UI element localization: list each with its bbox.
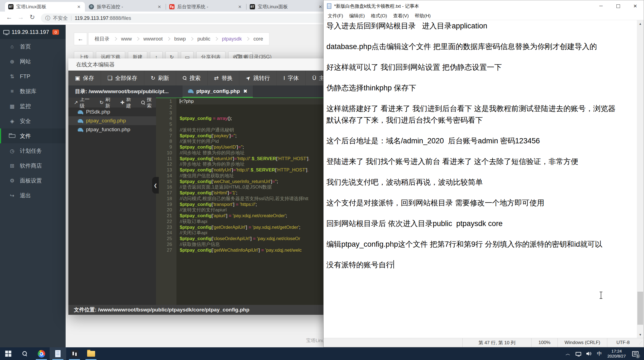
chrome-icon	[38, 350, 45, 358]
close-icon[interactable]: ✖	[243, 88, 247, 94]
breadcrumb-item[interactable]: www	[117, 36, 136, 42]
close-button[interactable]: ✕	[627, 0, 644, 12]
sidebar-item-网站[interactable]: ⊕网站	[0, 54, 66, 69]
sidebar-item-label: 计划任务	[20, 147, 42, 155]
taskbar-notepad-button[interactable]	[50, 347, 66, 360]
store-icon: ⊞	[9, 163, 15, 169]
editor-toolbar-save-all[interactable]: ❏全部保存	[101, 71, 144, 85]
scroll-up-icon[interactable]: ▲	[637, 20, 644, 27]
back-icon[interactable]: ←	[4, 14, 14, 21]
line-number: 10	[156, 150, 172, 156]
network-icon[interactable]	[574, 347, 583, 360]
editor-toolbar-label: 跳转行	[253, 74, 270, 82]
taskbar-chrome-button[interactable]	[33, 347, 50, 360]
breadcrumb-item[interactable]: wwwroot	[139, 36, 167, 42]
ime-indicator[interactable]: 中	[595, 347, 604, 360]
bt-sidebar: 119.29.113.197 0 ⌂首页⊕网站⇅FTP≡数据库▦监控◈安全文件◷…	[0, 25, 66, 347]
browser-tab[interactable]: BT宝塔Linux面板✕	[5, 2, 85, 12]
tray-chevron-icon[interactable]: ︿	[563, 347, 573, 360]
transfer-icon: ⇅	[9, 73, 15, 80]
code-token: 'pay.xdqj.net/createOrder'	[233, 213, 286, 218]
sidebar-item-首页[interactable]: ⌂首页	[0, 39, 66, 54]
browser-tab[interactable]: 振华石油控 -✕	[85, 2, 165, 12]
taskbar-search-button[interactable]	[17, 347, 33, 360]
sidebar-item-FTP[interactable]: ⇅FTP	[0, 69, 66, 84]
breadcrumb-back-button[interactable]: ←	[74, 33, 87, 45]
code-token: .	[307, 167, 309, 173]
sidebar-item-退出[interactable]: ↪退出	[0, 188, 66, 203]
notepad-paragraph: 导入进去后回到网站根目录 进入目录application	[326, 20, 619, 32]
line-number: 27	[156, 248, 172, 253]
minimize-button[interactable]: ─	[592, 0, 610, 12]
editor-toolbar-replace[interactable]: ⇄替换	[208, 71, 240, 85]
editor-toolbar-search[interactable]: 搜索	[176, 71, 208, 85]
code-token: =	[227, 213, 233, 218]
maximize-button[interactable]	[610, 0, 627, 12]
message-badge[interactable]: 0	[52, 29, 59, 35]
menu-item-2[interactable]: 格式(O)	[368, 13, 390, 19]
menu-item-4[interactable]: 帮助(H)	[412, 13, 434, 19]
sidebar-item-计划任务[interactable]: ◷计划任务	[0, 143, 66, 158]
browser-tab[interactable]: 后台管理系统 -✕	[166, 2, 246, 12]
tree-collapse-handle[interactable]: ❮	[152, 177, 159, 194]
line-number: 4	[156, 116, 172, 122]
editor-toolbar-goto-line[interactable]: ➤跳转行	[239, 71, 277, 85]
breadcrumb-item[interactable]: public	[193, 36, 215, 42]
status-line-ending: Windows (CRLF)	[557, 338, 607, 347]
breadcrumb-item[interactable]: bswp	[170, 36, 190, 42]
php-icon	[78, 128, 83, 131]
tree-file-item[interactable]: ptpay_config.php	[68, 116, 156, 125]
tab-close-icon[interactable]: ✕	[76, 4, 82, 9]
tab-close-icon[interactable]: ✕	[237, 4, 243, 9]
notepad-title-bar[interactable]: *新版白色微盘k线无卡顿教程.txt - 记事本 ─ ✕	[324, 0, 644, 12]
line-number-gutter: 1234567891011121314151617181920212223242…	[156, 98, 176, 305]
sidebar-item-面板设置[interactable]: ⚙面板设置	[0, 173, 66, 188]
notepad-paragraph: 这个支付是对接派特，回到网站根目录 需要修改一个地方即可使用	[326, 197, 619, 209]
folder-icon	[87, 351, 95, 357]
menu-item-0[interactable]: 文件(F)	[325, 13, 346, 19]
tree-file-item[interactable]: ptpay_function.php	[68, 125, 156, 134]
taskbar-clock[interactable]: 17:24 2020/8/27	[605, 349, 628, 359]
browser-tab[interactable]: BT宝塔Linux面板✕	[246, 2, 326, 12]
editor-toolbar-font[interactable]: I字体	[277, 71, 306, 85]
menu-item-3[interactable]: 查看(V)	[390, 13, 412, 19]
editor-dir-label[interactable]: 目录: /www/wwwroot/bswp/public/pt...	[68, 85, 175, 98]
volume-icon[interactable]	[584, 347, 594, 360]
taskbar-app-button[interactable]	[66, 347, 83, 360]
notepad-text-area[interactable]: 导入进去后回到网站根目录 进入目录applicationdatabase.php…	[326, 20, 619, 338]
breadcrumb-item[interactable]: ptpaysdk	[218, 36, 246, 42]
info-icon[interactable]: ⓘ	[45, 15, 50, 22]
forward-icon[interactable]: →	[16, 14, 25, 21]
tab-close-icon[interactable]: ✕	[318, 4, 323, 9]
editor-toolbar-save[interactable]: ▣保存	[68, 71, 101, 85]
menu-item-1[interactable]: 编辑(E)	[346, 13, 368, 19]
line-number: 9	[156, 144, 172, 150]
notepad-scrollbar[interactable]: ▲ ▼	[637, 20, 644, 338]
sidebar-item-安全[interactable]: ◈安全	[0, 114, 66, 128]
bt-host-row[interactable]: 119.29.113.197 0	[0, 25, 66, 39]
sidebar-item-监控[interactable]: ▦监控	[0, 99, 66, 114]
editor-file-tab[interactable]: ptpay_config.php ✖	[183, 85, 253, 98]
start-button[interactable]	[0, 347, 17, 360]
taskbar-explorer-button[interactable]	[83, 347, 99, 360]
editor-toolbar-refresh[interactable]: ↻刷新	[144, 71, 176, 85]
kline-icon	[169, 4, 175, 9]
tab-title: 宝塔Linux面板	[16, 4, 73, 10]
tree-file-name: ptpay_config.php	[86, 118, 126, 124]
breadcrumb-item[interactable]: 根目录	[90, 36, 114, 42]
tree-file-item[interactable]: PtSdk.php	[68, 108, 156, 116]
scrollbar-thumb[interactable]	[637, 292, 643, 325]
sidebar-item-文件[interactable]: 文件	[0, 128, 66, 143]
reload-icon[interactable]: ↻	[28, 14, 37, 21]
refresh-icon: ↻	[100, 100, 104, 106]
breadcrumb-item[interactable]: core	[249, 36, 267, 42]
action-center-button[interactable]: 1	[629, 347, 641, 360]
notepad-icon	[327, 3, 331, 9]
notepad-paragraph: 这个后台地址是：域名/admin_2020 后台账号admin 密码123456	[326, 135, 619, 147]
clock-date: 2020/8/27	[607, 354, 626, 359]
sidebar-item-数据库[interactable]: ≡数据库	[0, 84, 66, 99]
scroll-down-icon[interactable]: ▼	[637, 331, 644, 338]
sidebar-item-软件商店[interactable]: ⊞软件商店	[0, 158, 66, 173]
tab-close-icon[interactable]: ✕	[157, 4, 162, 9]
code-token: 'notifyUrl'	[213, 167, 232, 173]
